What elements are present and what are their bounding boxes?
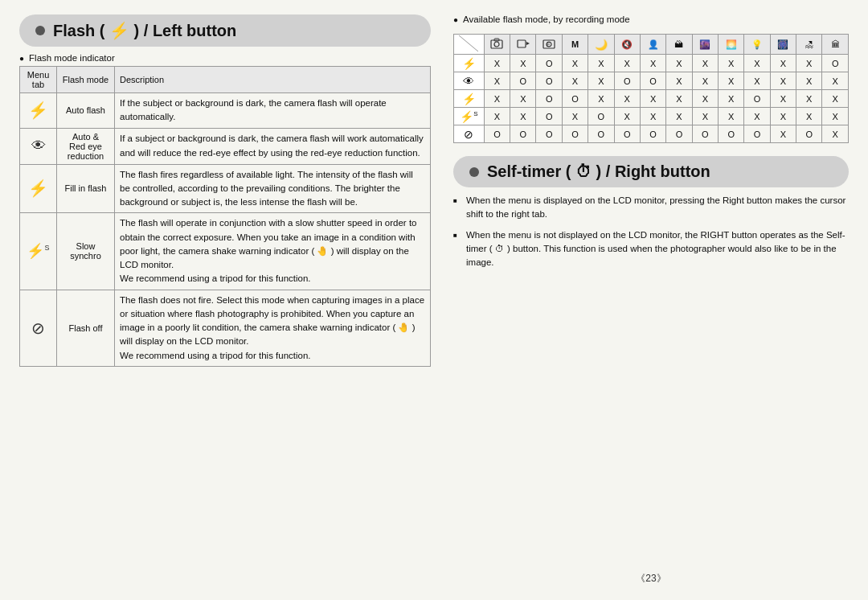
avail-cell: X: [719, 55, 744, 72]
page-number: 《23》: [453, 565, 849, 586]
col-header-mode: Flash mode: [57, 67, 115, 93]
left-column: Flash ( ⚡ ) / Left button Flash mode ind…: [19, 14, 431, 586]
auto-flash-icon-cell: ⚡: [20, 93, 57, 129]
col-icon-2: [510, 35, 536, 55]
col-icon-9: 🌆: [692, 35, 718, 55]
avail-cell: O: [640, 125, 665, 143]
avail-cell: O: [719, 125, 744, 143]
avail-cell: O: [744, 90, 770, 108]
avail-cell: O: [588, 108, 614, 125]
avail-cell: O: [744, 125, 770, 143]
slow-synchro-mode: Slow synchro: [57, 213, 115, 290]
avail-cell: X: [484, 90, 510, 108]
right-column: Available flash mode, by recording mode: [453, 14, 849, 586]
avail-cell: X: [562, 108, 588, 125]
avail-cell: X: [770, 72, 796, 90]
diagonal-line-icon: [459, 35, 478, 51]
avail-cell: O: [796, 125, 822, 143]
avail-cell: O: [536, 90, 562, 108]
avail-row-icon: ⊘: [454, 125, 485, 143]
avail-cell: O: [562, 125, 588, 143]
avail-cell: X: [484, 108, 510, 125]
avail-cell: X: [588, 90, 614, 108]
fill-flash-mode: Fill in flash: [57, 164, 115, 213]
flash-section-header: Flash ( ⚡ ) / Left button: [19, 14, 431, 47]
avail-table-row: ⚡XXOOXXXXXXOXXX: [454, 90, 849, 108]
avail-cell: X: [692, 72, 718, 90]
slow-synchro-icon-cell: ⚡S: [20, 213, 57, 290]
avail-cell: X: [614, 90, 640, 108]
avail-cell: O: [510, 72, 536, 90]
avail-cell: X: [770, 55, 796, 72]
avail-cell: X: [666, 90, 692, 108]
avail-cell: X: [744, 108, 770, 125]
avail-cell: X: [692, 90, 718, 108]
self-timer-bullet-2: When the menu is not displayed on the LC…: [453, 228, 849, 270]
avail-cell: O: [588, 125, 614, 143]
self-timer-title: Self-timer ( ⏱ ) / Right button: [487, 162, 710, 181]
flash-off-icon-cell: ⊘: [20, 290, 57, 366]
avail-cell: X: [640, 90, 665, 108]
avail-table: E M 🌙 🔇 👤 🏔: [453, 34, 849, 143]
col-icon-13: 🏖: [796, 35, 822, 55]
avail-row-icon: 👁: [454, 72, 485, 90]
col-icon-4: M: [562, 35, 588, 55]
avail-cell: X: [822, 108, 849, 125]
avail-cell: X: [510, 55, 536, 72]
avail-cell: X: [744, 72, 770, 90]
avail-cell: X: [796, 72, 822, 90]
avail-cell: O: [484, 125, 510, 143]
avail-cell: X: [510, 108, 536, 125]
self-timer-section: Self-timer ( ⏱ ) / Right button When the…: [453, 156, 849, 276]
avail-cell: X: [719, 72, 744, 90]
avail-cell: X: [719, 90, 744, 108]
auto-flash-mode: Auto flash: [57, 93, 115, 129]
avail-row-icon: ⚡S: [454, 108, 485, 125]
self-timer-bullets: When the menu is displayed on the LCD mo…: [453, 194, 849, 269]
col-header-menu: Menu tab: [20, 67, 57, 93]
avail-cell: O: [562, 90, 588, 108]
svg-line-0: [459, 35, 478, 51]
avail-cell: X: [796, 108, 822, 125]
avail-cell: O: [614, 72, 640, 90]
fill-flash-icon-cell: ⚡: [20, 164, 57, 213]
red-eye-mode: Auto &Red eyereduction: [57, 128, 115, 164]
table-row: ⚡ Fill in flash The flash fires regardle…: [20, 164, 431, 213]
table-row: ⚡S Slow synchro The flash will operate i…: [20, 213, 431, 290]
avail-cell: X: [822, 125, 849, 143]
avail-cell: X: [692, 108, 718, 125]
avail-cell: O: [536, 55, 562, 72]
avail-cell: X: [484, 55, 510, 72]
col-icon-11: 💡: [744, 35, 770, 55]
col-icon-3: E: [536, 35, 562, 55]
self-timer-header: Self-timer ( ⏱ ) / Right button: [453, 156, 849, 187]
avail-cell: X: [744, 55, 770, 72]
col-icon-12: 🎆: [770, 35, 796, 55]
avail-cell: X: [510, 90, 536, 108]
col-icon-1: [484, 35, 510, 55]
avail-cell: X: [719, 108, 744, 125]
col-icon-10: 🌅: [719, 35, 744, 55]
avail-indicator-label: Available flash mode, by recording mode: [453, 14, 849, 24]
avail-cell: X: [640, 55, 665, 72]
avail-cell: X: [588, 55, 614, 72]
svg-text:E: E: [547, 42, 551, 47]
self-timer-bullet: [469, 167, 479, 177]
avail-cell: X: [796, 55, 822, 72]
avail-cell: X: [666, 72, 692, 90]
slow-synchro-desc: The flash will operate in conjunction wi…: [115, 213, 431, 290]
red-eye-desc: If a subject or background is dark, the …: [115, 128, 431, 164]
avail-table-row: ⚡XXOXXXXXXXXXXO: [454, 55, 849, 72]
avail-row-icon: ⚡: [454, 90, 485, 108]
fill-flash-desc: The flash fires regardless of available …: [115, 164, 431, 213]
flash-mode-table: Menu tab Flash mode Description ⚡ Auto f…: [19, 66, 431, 367]
col-icon-6: 🔇: [614, 35, 640, 55]
flash-off-desc: The flash does not fire. Select this mod…: [115, 290, 431, 366]
avail-cell: X: [796, 90, 822, 108]
avail-cell: X: [770, 90, 796, 108]
avail-cell: O: [822, 55, 849, 72]
avail-cell: X: [822, 90, 849, 108]
table-row: ⊘ Flash off The flash does not fire. Sel…: [20, 290, 431, 366]
col-icon-7: 👤: [640, 35, 665, 55]
self-timer-bullet-1: When the menu is displayed on the LCD mo…: [453, 194, 849, 222]
